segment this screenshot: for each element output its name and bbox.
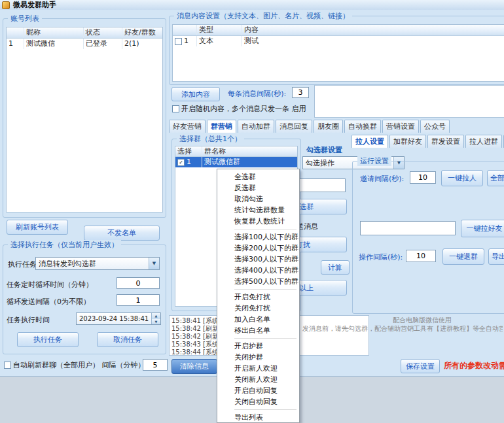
- tab-pull-into-group[interactable]: 拉人进群: [465, 135, 502, 148]
- auto-refresh-label: 自动刷新群聊（全部用户） 间隔（分钟）: [13, 360, 145, 370]
- exec-task-label: 执行任务: [8, 260, 37, 269]
- row3-more-button[interactable]: 导出: [488, 248, 504, 265]
- message-row-content: 测试: [242, 36, 504, 46]
- message-row-type: 文本: [197, 36, 242, 46]
- context-menu-item[interactable]: 选择100人以下的群: [217, 231, 299, 243]
- tab-moments[interactable]: 朋友圈: [314, 120, 343, 133]
- message-table[interactable]: 类型 内容 1 文本 测试: [172, 24, 504, 82]
- run-settings-title: 运行设置: [357, 156, 391, 166]
- tab-official-account[interactable]: 公众号: [420, 120, 450, 133]
- context-menu-item[interactable]: 关闭自动回复: [217, 396, 299, 407]
- time-spinner[interactable]: ▲▼: [151, 313, 160, 324]
- context-menu-item[interactable]: 加入白名单: [217, 314, 299, 325]
- account-row-index: 1: [7, 39, 24, 49]
- exec-time-label: 任务执行时间: [7, 315, 50, 325]
- tab-auto-join-group[interactable]: 自动加群: [238, 120, 274, 133]
- exec-task-select[interactable]: 消息转发到勾选群 ▼: [35, 257, 160, 270]
- send-gap-input[interactable]: [117, 294, 160, 306]
- account-table[interactable]: 昵称 状态 好友/群数 1 测试微信 已登录 2(1): [6, 27, 163, 212]
- account-col-index: [7, 27, 24, 38]
- context-menu-item[interactable]: 选择500人以下的群: [217, 276, 299, 287]
- random-content-checkbox[interactable]: [172, 105, 179, 112]
- exec-task-value: 消息转发到勾选群: [36, 259, 149, 269]
- menu-separator: [234, 338, 297, 339]
- one-key-pull-friend-button[interactable]: 一键拉好友: [461, 220, 504, 237]
- account-panel-title: 账号列表: [8, 14, 42, 24]
- context-menu-item[interactable]: 开启自动回复: [217, 385, 299, 396]
- op-gap-input[interactable]: [406, 250, 436, 262]
- context-menu-item[interactable]: 恢复群人数统计: [217, 216, 299, 227]
- context-menu-item[interactable]: 选择200人以下的群: [217, 243, 299, 254]
- tab-invite-settings[interactable]: 拉人设置: [351, 135, 388, 148]
- tab-group-marketing[interactable]: 群营销: [207, 120, 236, 133]
- context-menu-item[interactable]: 关闭免打扰: [217, 303, 299, 314]
- calc-button[interactable]: 计算: [321, 260, 350, 275]
- right-tab-strip: 拉人设置 加群好友 群发设置 拉人进群 其他: [351, 137, 504, 148]
- group-row-checkbox[interactable]: ✓: [177, 159, 185, 166]
- op-gap-label: 操作间隔(秒):: [359, 252, 403, 262]
- tab-message-reply[interactable]: 消息回复: [276, 120, 312, 133]
- row1-more-button[interactable]: 全部: [487, 170, 504, 186]
- chevron-down-icon[interactable]: ▼: [149, 258, 159, 269]
- account-col-nick: 昵称: [24, 27, 84, 38]
- context-menu-item[interactable]: 开启护群: [217, 341, 299, 352]
- context-menu-item[interactable]: 选择300人以下的群: [217, 254, 299, 265]
- account-row-nick: 测试微信: [24, 39, 84, 49]
- tab-bulk-settings[interactable]: 群发设置: [427, 135, 464, 148]
- message-row[interactable]: 1 文本 测试: [173, 36, 504, 46]
- invite-gap-label: 邀请间隔(秒):: [360, 174, 404, 184]
- message-table-header: 类型 内容: [173, 25, 504, 36]
- spinner-down-icon[interactable]: ▼: [152, 319, 160, 325]
- message-col-check: [173, 25, 197, 35]
- message-gap-input[interactable]: [292, 87, 309, 98]
- account-row[interactable]: 1 测试微信 已登录 2(1): [7, 39, 162, 49]
- context-menu-item[interactable]: 移出白名单: [217, 325, 299, 336]
- cancel-task-button[interactable]: 取消任务: [97, 332, 158, 347]
- one-key-quit-group-button[interactable]: 一键退群: [442, 248, 484, 265]
- run-task-button[interactable]: 执行任务: [17, 332, 79, 347]
- auto-refresh-interval-input[interactable]: [143, 359, 168, 371]
- menu-separator: [234, 289, 297, 290]
- loop-time-label: 任务定时循环时间（分钟）: [7, 280, 93, 290]
- context-menu-item[interactable]: 统计勾选群数量: [217, 205, 299, 216]
- add-content-button[interactable]: 添加内容: [171, 87, 220, 101]
- tab-add-group-friends[interactable]: 加群好友: [389, 135, 426, 148]
- context-menu-item[interactable]: 全选群: [217, 171, 299, 182]
- context-menu-item[interactable]: 反选群: [217, 182, 299, 194]
- context-menu-item[interactable]: 关闭新人欢迎: [217, 374, 299, 385]
- message-gap-label: 每条消息间隔(秒):: [228, 89, 286, 99]
- clear-log-button[interactable]: 清除信息: [171, 359, 217, 374]
- app-root: 微易发群助手 账号列表 昵称 状态 好友/群数 1 测试微信 已登录 2(1): [0, 0, 504, 423]
- exec-time-picker[interactable]: 2023-09-24 15:38:41 ▲▼: [76, 313, 161, 325]
- tab-marketing-settings[interactable]: 营销设置: [382, 120, 419, 133]
- window-title: 微易发群助手: [13, 0, 56, 10]
- tab-friend-marketing[interactable]: 好友营销: [169, 120, 206, 133]
- context-menu-item[interactable]: 开启新人欢迎: [217, 363, 299, 374]
- invite-gap-input[interactable]: [410, 171, 436, 184]
- group-context-menu: 全选群 反选群 取消勾选 统计勾选群数量 恢复群人数统计 选择100人以下的群 …: [217, 169, 300, 423]
- no-send-list-button[interactable]: 不发名单: [84, 226, 160, 241]
- save-settings-button[interactable]: 保存设置: [401, 359, 440, 373]
- group-row-check-cell[interactable]: ✓ 1: [175, 157, 202, 167]
- tab-auto-switch-group[interactable]: 自动换群: [344, 120, 381, 133]
- spinner-up-icon[interactable]: ▲: [152, 313, 160, 319]
- context-menu-item[interactable]: 关闭护群: [217, 352, 299, 363]
- title-bar: 微易发群助手: [0, 0, 504, 10]
- context-menu-item[interactable]: 取消勾选: [217, 194, 299, 205]
- refresh-accounts-button[interactable]: 刷新账号列表: [7, 220, 68, 235]
- context-menu-item[interactable]: 选择400人以下的群: [217, 265, 299, 276]
- pull-friend-input[interactable]: [360, 221, 456, 235]
- message-preview-box[interactable]: [314, 85, 504, 118]
- context-menu-item[interactable]: 导出列表: [217, 412, 299, 423]
- group-row[interactable]: ✓ 1 测试微信群: [175, 157, 297, 167]
- loop-time-input[interactable]: [117, 277, 160, 289]
- group-list-title: 选择群（总共1个）: [177, 134, 244, 144]
- one-key-invite-button[interactable]: 一键拉人: [441, 170, 483, 186]
- message-row-check-cell[interactable]: 1: [173, 36, 197, 46]
- auto-refresh-checkbox[interactable]: [4, 362, 11, 369]
- context-menu-item[interactable]: 开启免打扰: [217, 292, 299, 303]
- save-warning-text: 所有的参数改动需保存: [444, 360, 504, 371]
- message-panel: 消息内容设置（支持文本、图片、名片、视频、链接） 类型 内容 1 文本 测试: [169, 16, 504, 85]
- message-row-checkbox[interactable]: [175, 38, 182, 45]
- account-panel: 账号列表 昵称 状态 好友/群数 1 测试微信 已登录 2(1): [3, 18, 166, 218]
